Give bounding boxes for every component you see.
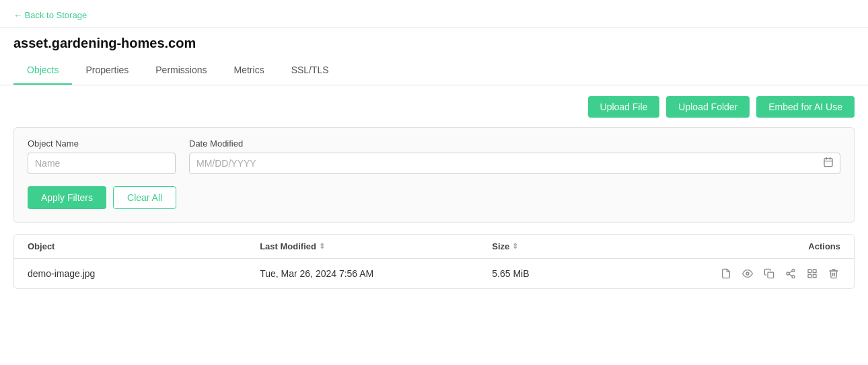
date-modified-label: Date Modified (189, 138, 840, 149)
svg-rect-11 (808, 270, 811, 273)
share-icon[interactable] (784, 267, 797, 280)
tab-objects[interactable]: Objects (13, 56, 72, 85)
sort-last-modified-icon: ⇕ (319, 242, 325, 251)
cell-size: 5.65 MiB (492, 268, 608, 279)
filter-buttons: Apply Filters Clear All (28, 186, 840, 209)
clear-all-button[interactable]: Clear All (113, 186, 176, 209)
date-input-wrapper (189, 153, 840, 174)
tab-permissions[interactable]: Permissions (142, 56, 220, 85)
th-size[interactable]: Size ⇕ (492, 241, 608, 251)
object-name-input[interactable] (28, 153, 176, 174)
svg-rect-12 (813, 270, 816, 273)
cell-actions (608, 267, 840, 280)
tab-properties[interactable]: Properties (72, 56, 142, 85)
upload-folder-button[interactable]: Upload Folder (666, 96, 750, 118)
download-icon[interactable] (719, 267, 733, 280)
cell-last-modified: Tue, Mar 26, 2024 7:56 AM (260, 268, 492, 279)
back-to-storage-link[interactable]: ← Back to Storage (13, 10, 87, 20)
delete-icon[interactable] (827, 267, 840, 280)
copy-icon[interactable] (762, 267, 776, 280)
th-object: Object (28, 241, 260, 251)
content-area: Upload File Upload Folder Embed for AI U… (0, 85, 868, 300)
actions-row: Upload File Upload Folder Embed for AI U… (13, 96, 855, 118)
svg-rect-13 (813, 274, 816, 278)
tab-metrics[interactable]: Metrics (221, 56, 278, 85)
svg-line-10 (789, 271, 793, 273)
ai-embed-icon[interactable] (805, 267, 819, 280)
apply-filters-button[interactable]: Apply Filters (28, 186, 106, 209)
date-modified-field: Date Modified (189, 138, 840, 174)
upload-file-button[interactable]: Upload File (588, 96, 660, 118)
filter-row: Object Name Date Modified (28, 138, 840, 174)
embed-ai-button[interactable]: Embed for AI Use (756, 96, 855, 118)
preview-icon[interactable] (741, 267, 754, 280)
cell-object-name: demo-image.jpg (28, 268, 260, 279)
filter-box: Object Name Date Modified (13, 127, 855, 223)
sort-size-icon: ⇕ (512, 242, 518, 251)
tabs-bar: Objects Properties Permissions Metrics S… (0, 56, 868, 85)
object-name-field: Object Name (28, 138, 176, 174)
svg-rect-14 (808, 274, 811, 278)
th-last-modified[interactable]: Last Modified ⇕ (260, 241, 492, 251)
table-header: Object Last Modified ⇕ Size ⇕ Actions (14, 235, 854, 259)
bucket-title: asset.gardening-homes.com (0, 28, 868, 51)
th-actions: Actions (608, 241, 840, 251)
object-name-label: Object Name (28, 138, 176, 149)
objects-table: Object Last Modified ⇕ Size ⇕ Actions de… (13, 234, 855, 289)
table-row: demo-image.jpg Tue, Mar 26, 2024 7:56 AM… (14, 259, 854, 288)
svg-point-4 (746, 272, 749, 275)
svg-rect-5 (768, 272, 774, 278)
tab-ssl-tls[interactable]: SSL/TLS (278, 56, 342, 85)
date-modified-input[interactable] (189, 153, 840, 174)
svg-line-9 (789, 274, 793, 276)
